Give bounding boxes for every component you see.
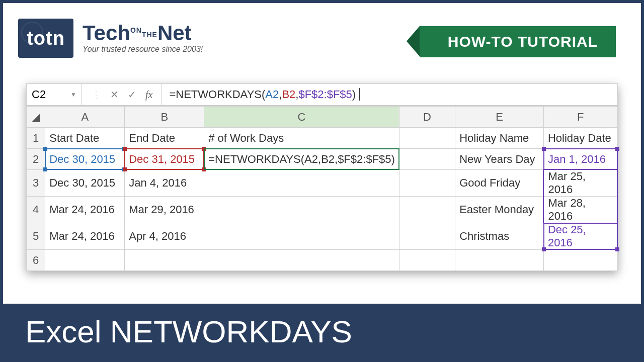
cell[interactable]: Apr 4, 2016 (125, 223, 204, 250)
formula-bar: C2 ▼ ⋮ ✕ ✓ fx =NETWORKDAYS(A2,B2,$F$2:$F… (26, 83, 618, 106)
cell[interactable]: Holiday Date (543, 128, 617, 149)
accept-icon[interactable]: ✓ (128, 88, 136, 101)
tutorial-ribbon: HOW-TO TUTORIAL (420, 26, 616, 57)
row-header[interactable]: 3 (27, 170, 45, 197)
totn-badge-icon: totn (18, 19, 73, 58)
cell[interactable] (455, 250, 544, 271)
cell[interactable] (399, 197, 455, 223)
cell[interactable]: Jan 4, 2016 (125, 170, 204, 197)
cell[interactable]: Start Date (45, 128, 125, 149)
col-header-B[interactable]: B (125, 107, 204, 128)
dropdown-icon[interactable]: ▼ (70, 91, 76, 98)
cell[interactable]: Christmas (455, 223, 544, 250)
footer-title: Excel NETWORKDAYS (25, 314, 352, 349)
header: totn TechONTHENet Your trusted resource … (3, 3, 641, 73)
cell-F5[interactable]: Dec 25, 2016 (543, 223, 617, 250)
cell[interactable]: End Date (125, 128, 204, 149)
cell[interactable] (399, 170, 455, 197)
row-header[interactable]: 2 (27, 149, 45, 170)
cell[interactable] (399, 223, 455, 250)
spreadsheet-card: C2 ▼ ⋮ ✕ ✓ fx =NETWORKDAYS(A2,B2,$F$2:$F… (26, 83, 618, 271)
cancel-icon[interactable]: ✕ (110, 88, 119, 101)
row-header[interactable]: 4 (27, 197, 45, 223)
cell-F2[interactable]: Jan 1, 2016 (543, 149, 617, 170)
formula-input[interactable]: =NETWORKDAYS(A2,B2,$F$2:$F$5) (162, 84, 617, 105)
select-all-corner[interactable]: ◢ (27, 107, 45, 128)
name-box[interactable]: C2 ▼ (27, 84, 82, 105)
brand-tagline: Your trusted resource since 2003! (83, 45, 203, 54)
cell[interactable]: Mar 25, 2016 (543, 170, 617, 197)
cell-C2-active[interactable]: =NETWORKDAYS(A2,B2,$F$2:$F$5) (204, 149, 399, 170)
brand-logo: totn TechONTHENet Your trusted resource … (18, 19, 203, 58)
col-header-E[interactable]: E (455, 107, 544, 128)
cell[interactable] (45, 250, 125, 271)
cell[interactable] (399, 250, 455, 271)
cell[interactable]: Dec 30, 2015 (45, 170, 125, 197)
col-header-A[interactable]: A (45, 107, 125, 128)
footer-bar: Excel NETWORKDAYS (3, 304, 641, 359)
cell[interactable] (399, 128, 455, 149)
cell[interactable]: Mar 28, 2016 (543, 197, 617, 223)
row-header[interactable]: 5 (27, 223, 45, 250)
cell[interactable] (204, 223, 399, 250)
brand-name: TechONTHENet (83, 23, 203, 44)
row-header[interactable]: 1 (27, 128, 45, 149)
cell-B2[interactable]: Dec 31, 2015 (125, 149, 204, 170)
cell[interactable] (399, 149, 455, 170)
cell[interactable]: New Years Day (455, 149, 544, 170)
col-header-C[interactable]: C (204, 107, 399, 128)
cell[interactable]: # of Work Days (204, 128, 399, 149)
cell[interactable] (543, 250, 617, 271)
cell[interactable]: Mar 24, 2016 (45, 197, 125, 223)
cell[interactable] (204, 197, 399, 223)
cell[interactable]: Holiday Name (455, 128, 544, 149)
col-header-D[interactable]: D (399, 107, 455, 128)
cell[interactable] (204, 250, 399, 271)
cell[interactable]: Good Friday (455, 170, 544, 197)
fx-icon[interactable]: fx (145, 89, 152, 101)
cell[interactable]: Mar 24, 2016 (45, 223, 125, 250)
worksheet-grid[interactable]: ◢ A B C D E F 1 Start Date End Date # of… (26, 106, 618, 271)
row-header[interactable]: 6 (27, 250, 45, 271)
cell[interactable]: Mar 29, 2016 (125, 197, 204, 223)
cell[interactable]: Easter Monday (455, 197, 544, 223)
cell[interactable] (204, 170, 399, 197)
cell-A2[interactable]: Dec 30, 2015 (45, 149, 125, 170)
col-header-F[interactable]: F (543, 107, 617, 128)
cell[interactable] (125, 250, 204, 271)
